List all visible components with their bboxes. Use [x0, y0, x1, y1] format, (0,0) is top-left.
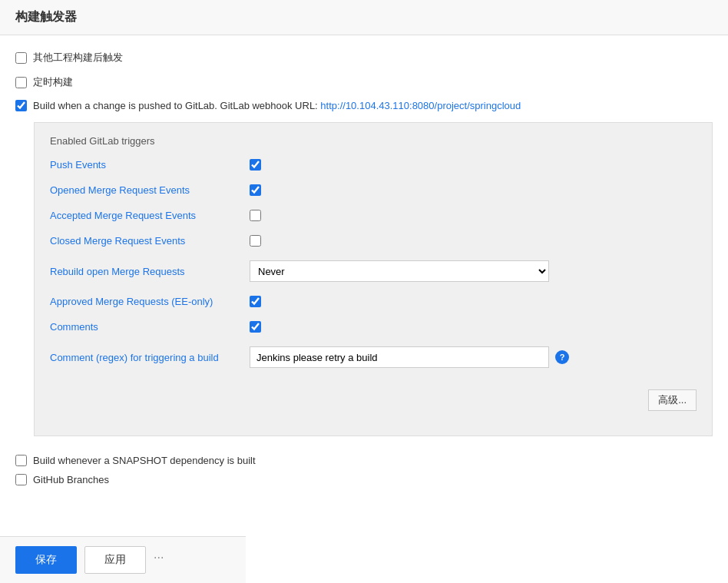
opened-mr-checkbox[interactable]: [250, 184, 261, 196]
comment-regex-input[interactable]: [250, 346, 549, 368]
approved-mr-label: Approved Merge Requests (EE-only): [50, 296, 250, 307]
advanced-row: 高级...: [50, 382, 697, 423]
trigger-row-closed-mr: Closed Merge Request Events: [50, 235, 697, 247]
section-title: 构建触发器: [15, 10, 77, 23]
gitlab-build-row: Build when a change is pushed to GitLab.…: [15, 100, 713, 111]
timed-build-checkbox[interactable]: [15, 77, 27, 88]
other-project-label: 其他工程构建后触发: [33, 51, 123, 65]
page-container: 构建触发器 其他工程构建后触发 定时构建 Build when a change…: [0, 0, 728, 583]
content-area: 其他工程构建后触发 定时构建 Build when a change is pu…: [0, 35, 728, 436]
push-events-checkbox[interactable]: [250, 159, 261, 171]
closed-mr-label: Closed Merge Request Events: [50, 235, 250, 247]
closed-mr-checkbox[interactable]: [250, 235, 261, 247]
rebuild-mr-control: Never On push to source branch On push t…: [250, 260, 549, 282]
other-project-checkbox[interactable]: [15, 52, 27, 64]
snapshot-row: Build whenever a SNAPSHOT dependency is …: [15, 455, 713, 466]
push-events-label: Push Events: [50, 159, 250, 171]
other-project-row: 其他工程构建后触发: [15, 51, 713, 65]
apply-button[interactable]: 应用: [84, 546, 146, 574]
accepted-mr-checkbox[interactable]: [250, 210, 261, 221]
bottom-section: Build whenever a SNAPSHOT dependency is …: [0, 447, 728, 501]
trigger-row-push-events: Push Events: [50, 159, 697, 171]
push-events-control: [250, 159, 261, 171]
closed-mr-control: [250, 235, 261, 247]
trigger-row-comments: Comments: [50, 321, 697, 333]
rebuild-mr-label: Rebuild open Merge Requests: [50, 266, 250, 277]
approved-mr-checkbox[interactable]: [250, 296, 261, 307]
comments-label: Comments: [50, 321, 250, 333]
save-button[interactable]: 保存: [15, 546, 77, 574]
opened-mr-control: [250, 184, 261, 196]
snapshot-checkbox[interactable]: [15, 455, 27, 466]
timed-build-label: 定时构建: [33, 75, 73, 89]
github-branches-row: GitHub Branches: [15, 474, 713, 485]
opened-mr-label: Opened Merge Request Events: [50, 184, 250, 196]
triggers-title: Enabled GitLab triggers: [50, 135, 697, 147]
comment-regex-control: ?: [250, 346, 569, 368]
trigger-row-rebuild-mr: Rebuild open Merge Requests Never On pus…: [50, 260, 697, 282]
rebuild-mr-select[interactable]: Never On push to source branch On push t…: [250, 260, 549, 282]
trigger-row-opened-mr: Opened Merge Request Events: [50, 184, 697, 196]
comments-checkbox[interactable]: [250, 321, 261, 333]
accepted-mr-control: [250, 210, 261, 221]
gitlab-build-label: Build when a change is pushed to GitLab.…: [33, 100, 521, 111]
github-branches-label: GitHub Branches: [33, 474, 109, 485]
approved-mr-control: [250, 296, 261, 307]
advanced-button[interactable]: 高级...: [648, 389, 697, 411]
trigger-row-accepted-mr: Accepted Merge Request Events: [50, 210, 697, 221]
github-branches-checkbox[interactable]: [15, 474, 27, 485]
accepted-mr-label: Accepted Merge Request Events: [50, 210, 250, 221]
gitlab-webhook-url[interactable]: http://10.104.43.110:8080/project/spring…: [320, 100, 521, 111]
comments-control: [250, 321, 261, 333]
comment-regex-label: Comment (regex) for triggering a build: [50, 352, 250, 363]
gitlab-build-text: Build when a change is pushed to GitLab.…: [33, 100, 320, 111]
gitlab-build-checkbox[interactable]: [15, 100, 27, 111]
ellipsis: ...: [154, 546, 164, 574]
timed-build-row: 定时构建: [15, 75, 713, 89]
snapshot-label: Build whenever a SNAPSHOT dependency is …: [33, 455, 256, 466]
gitlab-triggers-section: Enabled GitLab triggers Push Events Open…: [34, 122, 713, 436]
trigger-row-comment-regex: Comment (regex) for triggering a build ?: [50, 346, 697, 368]
trigger-row-approved-mr: Approved Merge Requests (EE-only): [50, 296, 697, 307]
help-icon[interactable]: ?: [555, 350, 569, 364]
footer-buttons: 保存 应用 ...: [0, 536, 246, 583]
section-header: 构建触发器: [0, 0, 728, 35]
